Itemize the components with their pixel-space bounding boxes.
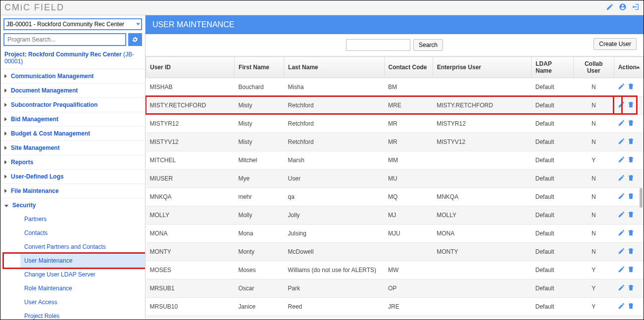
- nav-sub-item-role-maintenance[interactable]: Role Maintenance: [20, 281, 145, 295]
- chevron-down-icon: [4, 205, 8, 207]
- chevron-right-icon: [4, 89, 7, 92]
- delete-icon[interactable]: [627, 83, 635, 91]
- search-settings-button[interactable]: [128, 33, 142, 46]
- project-select[interactable]: [3, 18, 142, 30]
- cell: MQ: [384, 188, 433, 206]
- col-header-action[interactable]: Action: [614, 57, 643, 78]
- scrollbar-thumb[interactable]: [640, 188, 643, 208]
- edit-icon[interactable]: [618, 211, 625, 220]
- edit-icon[interactable]: [618, 83, 625, 91]
- nav-sub-item-project-roles[interactable]: Project Roles: [20, 309, 145, 320]
- delete-icon[interactable]: [627, 266, 635, 274]
- delete-icon[interactable]: [627, 119, 635, 128]
- table-wrap: User IDFirst NameLast NameContact CodeEn…: [146, 56, 644, 320]
- nav-sub-item-user-access[interactable]: User Access: [20, 295, 145, 309]
- nav-item-file-maintenance[interactable]: File Maintenance: [0, 183, 145, 198]
- user-search-input[interactable]: [346, 39, 410, 51]
- cell-action: [614, 243, 643, 261]
- cell: MR: [384, 133, 433, 151]
- nav-sub-item-user-maintenance[interactable]: User Maintenance: [20, 254, 145, 268]
- create-user-button[interactable]: Create User: [594, 38, 637, 50]
- delete-icon[interactable]: [627, 192, 635, 201]
- search-button[interactable]: Search: [413, 39, 443, 51]
- cell: Default: [532, 279, 574, 298]
- nav-item-communication-management[interactable]: Communication Management: [0, 69, 145, 83]
- cell: MIUSER: [146, 170, 235, 188]
- nav-sub-item-change-user-ldap-server[interactable]: Change User LDAP Server: [20, 268, 145, 281]
- col-header-contact-code[interactable]: Contact Code: [384, 57, 433, 78]
- cell: MONTY: [433, 243, 531, 261]
- col-header-last-name[interactable]: Last Name: [284, 57, 384, 78]
- table-row: MRSUB11DrewWilsonDWIDefaultY: [146, 316, 644, 320]
- edit-icon[interactable]: [618, 302, 625, 311]
- delete-icon[interactable]: [627, 101, 635, 110]
- nav-item-reports[interactable]: Reports: [0, 155, 145, 169]
- cell: Mye: [234, 170, 284, 188]
- delete-icon[interactable]: [627, 174, 635, 183]
- nav-item-security[interactable]: Security: [0, 198, 145, 212]
- cell: MOSES: [146, 261, 235, 279]
- delete-icon[interactable]: [627, 302, 635, 311]
- edit-icon[interactable]: [618, 101, 625, 110]
- col-header-user-id[interactable]: User ID: [146, 57, 235, 78]
- table-row: MNKQAmehrqaMQMNKQADefaultN: [146, 188, 644, 206]
- cell: MU: [384, 170, 433, 188]
- nav-item-label: Budget & Cost Management: [11, 130, 90, 137]
- nav-item-label: Site Management: [11, 144, 60, 151]
- user-circle-icon[interactable]: [619, 3, 627, 12]
- cell: Janice: [234, 298, 284, 316]
- cell: Marsh: [284, 151, 384, 170]
- cell: Retchford: [284, 115, 384, 133]
- nav-item-budget-cost-management[interactable]: Budget & Cost Management: [0, 126, 145, 140]
- col-header-first-name[interactable]: First Name: [234, 57, 284, 78]
- nav-item-subcontractor-prequalification[interactable]: Subcontractor Prequalification: [0, 97, 145, 112]
- header-icons: [606, 3, 640, 12]
- table-row: MISTYV12MistyRetchfordMRMISTYV12DefaultN: [146, 133, 644, 151]
- cell: Monty: [234, 243, 284, 261]
- edit-icon[interactable]: [618, 137, 625, 146]
- edit-icon[interactable]: [618, 229, 625, 238]
- nav-sub-item-convert-partners-and-contacts[interactable]: Convert Partners and Contacts: [20, 240, 145, 254]
- cell: Default: [532, 243, 574, 261]
- cell-action: [614, 206, 643, 225]
- delete-icon[interactable]: [627, 137, 635, 146]
- cell: MONA: [433, 225, 531, 243]
- cell: MNKQA: [146, 188, 235, 206]
- nav-sub-item-contacts[interactable]: Contacts: [20, 226, 145, 240]
- cell: N: [573, 243, 614, 261]
- program-search-input[interactable]: [3, 33, 126, 46]
- cell: MR: [384, 115, 433, 133]
- cell: MISTYR12: [433, 115, 531, 133]
- cell: Mitchel: [234, 151, 284, 170]
- col-header-enterprise-user[interactable]: Enterprise User: [433, 57, 531, 78]
- delete-icon[interactable]: [627, 211, 635, 220]
- delete-icon[interactable]: [627, 156, 635, 165]
- edit-icon[interactable]: [618, 174, 625, 183]
- edit-icon[interactable]: [618, 156, 625, 165]
- table-row: MOLLYMollyJollyMJMOLLYDefaultN: [146, 206, 644, 225]
- edit-icon[interactable]: [618, 266, 625, 274]
- edit-icon[interactable]: [618, 247, 625, 256]
- nav-item-site-management[interactable]: Site Management: [0, 140, 145, 155]
- edit-icon[interactable]: [618, 284, 625, 293]
- cell: Bouchard: [234, 78, 284, 96]
- nav-item-document-management[interactable]: Document Management: [0, 83, 145, 97]
- cell: Wilson: [284, 316, 384, 320]
- cell: MONTY: [146, 243, 235, 261]
- edit-icon[interactable]: [618, 119, 625, 128]
- edit-note-icon[interactable]: [606, 3, 614, 12]
- delete-icon[interactable]: [627, 247, 635, 256]
- cell: Misty: [234, 133, 284, 151]
- col-header-collab-user[interactable]: Collab User: [573, 57, 614, 78]
- nav-item-bid-management[interactable]: Bid Management: [0, 112, 145, 126]
- nav-sub-item-partners[interactable]: Partners: [20, 212, 145, 226]
- delete-icon[interactable]: [627, 284, 635, 293]
- col-header-ldap-name[interactable]: LDAP Name: [532, 57, 574, 78]
- nav-item-user-defined-logs[interactable]: User-Defined Logs: [0, 169, 145, 183]
- logout-icon[interactable]: [632, 3, 640, 12]
- sort-asc-icon: [636, 66, 640, 69]
- delete-icon[interactable]: [627, 229, 635, 238]
- cell: N: [573, 170, 614, 188]
- cell: Default: [532, 298, 574, 316]
- edit-icon[interactable]: [618, 192, 625, 201]
